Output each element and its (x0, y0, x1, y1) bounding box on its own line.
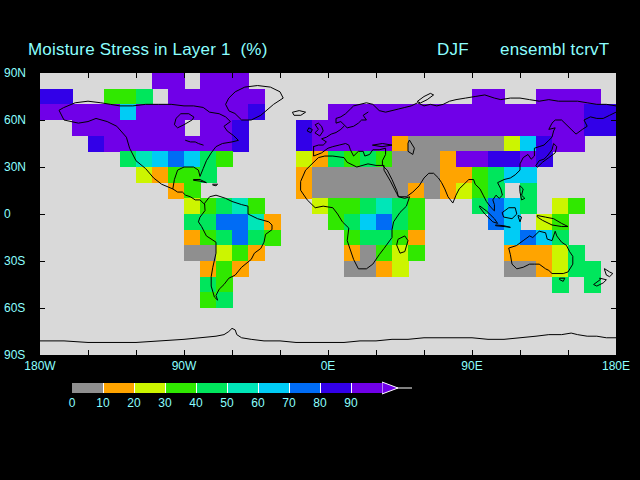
lon-tick (520, 350, 521, 355)
lon-tick (184, 350, 185, 355)
plot-title: Moisture Stress in Layer 1 (%) (28, 40, 268, 60)
season-label: DJF (437, 40, 469, 60)
lat-tick (611, 214, 616, 215)
colorbar-separator (196, 383, 197, 393)
lon-tick (520, 73, 521, 78)
y-axis-label: 30S (4, 254, 25, 268)
lat-tick (40, 308, 45, 309)
lat-tick (40, 120, 45, 121)
lon-tick (280, 350, 281, 355)
colorbar-separator (134, 383, 135, 393)
colorbar-tick-label: 80 (305, 396, 335, 410)
lon-tick (88, 350, 89, 355)
y-axis-label: 0 (4, 207, 11, 221)
colorbar-segment (320, 383, 351, 393)
coastlines (40, 73, 616, 355)
lon-tick (184, 73, 185, 78)
x-axis-label: 90E (448, 359, 496, 373)
colorbar-tick-label: 90 (336, 396, 366, 410)
x-axis-label: 90W (160, 359, 208, 373)
y-axis-label: 60S (4, 301, 25, 315)
x-axis-label: 180E (592, 359, 640, 373)
colorbar-separator (320, 383, 321, 393)
colorbar-separator (165, 383, 166, 393)
lon-tick (136, 73, 137, 78)
lon-tick (280, 73, 281, 78)
colorbar-tick-label: 20 (119, 396, 149, 410)
lat-tick (40, 261, 45, 262)
colorbar-tick-label: 70 (274, 396, 304, 410)
colorbar-segment (351, 383, 382, 393)
plot-window: Moisture Stress in Layer 1 (%) DJF ensem… (0, 0, 640, 480)
lon-tick (88, 73, 89, 78)
colorbar-overflow-arrow-icon (382, 381, 416, 395)
lat-tick (611, 308, 616, 309)
colorbar-separator (258, 383, 259, 393)
colorbar-segment (227, 383, 258, 393)
map-panel (40, 73, 616, 355)
lat-tick (611, 261, 616, 262)
lat-tick (611, 120, 616, 121)
colorbar-tick-label: 40 (181, 396, 211, 410)
x-axis-label: 0E (304, 359, 352, 373)
colorbar-separator (227, 383, 228, 393)
lon-tick (568, 73, 569, 78)
lat-tick (40, 167, 45, 168)
colorbar-tick-label: 50 (212, 396, 242, 410)
lat-tick (40, 214, 45, 215)
lat-tick (611, 167, 616, 168)
lon-tick (472, 73, 473, 78)
lon-tick (232, 73, 233, 78)
colorbar-tick-label: 60 (243, 396, 273, 410)
colorbar-separator (103, 383, 104, 393)
colorbar-separator (351, 383, 352, 393)
lon-tick (472, 350, 473, 355)
lon-tick (424, 73, 425, 78)
lon-tick (376, 350, 377, 355)
colorbar-tick-label: 0 (57, 396, 87, 410)
colorbar-tick-label: 30 (150, 396, 180, 410)
lon-tick (568, 350, 569, 355)
x-axis-label: 180W (16, 359, 64, 373)
colorbar-separator (289, 383, 290, 393)
colorbar-segment (103, 383, 134, 393)
y-axis-label: 30N (4, 160, 26, 174)
colorbar-tick-label: 10 (88, 396, 118, 410)
dataset-label: ensembl tcrvT (500, 40, 609, 60)
colorbar-segment (134, 383, 165, 393)
colorbar-segment (196, 383, 227, 393)
colorbar-segment (289, 383, 320, 393)
lon-tick (136, 350, 137, 355)
lon-tick (232, 350, 233, 355)
lon-tick (376, 73, 377, 78)
colorbar-segment (165, 383, 196, 393)
colorbar-segment (72, 383, 103, 393)
lon-tick (424, 350, 425, 355)
lon-tick (328, 73, 329, 78)
y-axis-label: 90N (4, 66, 26, 80)
y-axis-label: 60N (4, 113, 26, 127)
colorbar-segment (258, 383, 289, 393)
lon-tick (328, 350, 329, 355)
